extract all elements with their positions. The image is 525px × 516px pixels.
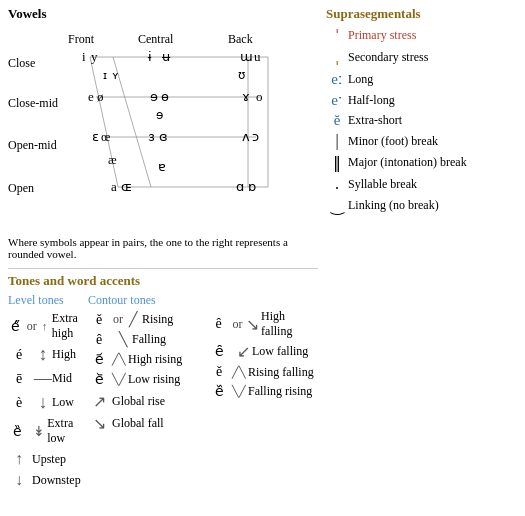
supra-label-linking: Linking (no break): [348, 198, 439, 213]
supra-primary-stress: ˈ Primary stress: [326, 26, 517, 45]
supra-sym-halflong: eˑ: [326, 91, 348, 109]
label-low-falling: Low falling: [252, 344, 308, 359]
svg-text:Close-mid: Close-mid: [8, 96, 58, 110]
supra-sym-long: eː: [326, 70, 348, 88]
supra-label-minor: Minor (foot) break: [348, 134, 438, 149]
svg-text:ø: ø: [97, 89, 104, 104]
tone-global-fall: ↘ Global fall: [88, 414, 208, 433]
tones-layout: Level tones é̋ or ↑ Extra high é ↕ High …: [8, 293, 318, 492]
sym-low-rising: e᷅: [88, 371, 110, 388]
vowels-chart: Front Central Back Close Close-mid Open-…: [8, 24, 308, 234]
bar-falling: ╲: [116, 331, 130, 348]
label-upstep: Upstep: [32, 452, 66, 467]
svg-text:Open: Open: [8, 181, 34, 195]
label-falling: Falling: [132, 332, 166, 347]
tone-upstep: ↑ Upstep: [8, 450, 88, 468]
tone-falling-rising: e᷈ ╲╱ Falling rising: [208, 383, 318, 400]
tone-extralow: ȅ ↡ Extra low: [8, 416, 88, 446]
bar-mid: —: [36, 368, 50, 389]
vowels-note: Where symbols appear in pairs, the one t…: [8, 236, 308, 260]
supra-extrashort: ĕ Extra-short: [326, 112, 517, 129]
svg-text:ɘ: ɘ: [156, 108, 163, 122]
sym-rising: ě: [88, 312, 110, 328]
tone-extra-high: é̋ or ↑ Extra high: [8, 311, 88, 341]
svg-text:œ: œ: [101, 129, 110, 144]
svg-text:Back: Back: [228, 32, 253, 46]
supra-long: eː Long: [326, 70, 517, 88]
svg-text:ɵ: ɵ: [161, 89, 169, 104]
tone-rising: ě or ╱ Rising: [88, 311, 208, 328]
supra-linking: ‿ Linking (no break): [326, 196, 517, 215]
bar-extrahigh: ↑: [40, 320, 50, 332]
svg-text:u: u: [254, 49, 261, 64]
svg-text:ʏ: ʏ: [112, 69, 119, 81]
tone-sym-high: é: [8, 347, 30, 363]
sym-high-falling: ê: [208, 316, 229, 332]
tone-sym-extralow: ȅ: [8, 423, 27, 440]
svg-text:Central: Central: [138, 32, 174, 46]
svg-text:e: e: [88, 89, 94, 104]
sym-upstep: ↑: [8, 450, 30, 468]
bar-rising: ╱: [126, 311, 140, 328]
label-global-rise: Global rise: [112, 394, 165, 409]
svg-text:ʊ: ʊ: [238, 68, 245, 82]
tone-high: é ↕ High: [8, 344, 88, 365]
sym-falling: ê: [88, 332, 110, 348]
contour-tones-right: ê or ↘ High falling ȇ ↙ Low falling ě ╱╲…: [208, 293, 318, 492]
svg-text:ʉ: ʉ: [162, 49, 171, 64]
svg-text:Front: Front: [68, 32, 95, 46]
contour-subtitle: Contour tones: [88, 293, 208, 308]
bar-high-falling: ↘: [245, 315, 259, 334]
supra-label-syllable: Syllable break: [348, 177, 417, 192]
supra-syllable-break: . Syllable break: [326, 175, 517, 193]
label-falling-rising: Falling rising: [248, 384, 312, 399]
tone-sym-mid: ē: [8, 371, 30, 387]
or-1: or: [27, 319, 37, 334]
svg-text:ɑ: ɑ: [236, 179, 244, 194]
tone-high-falling: ê or ↘ High falling: [208, 309, 318, 339]
supra-sym-major: ‖: [326, 153, 348, 172]
supra-sym-linking: ‿: [326, 196, 348, 215]
svg-text:o: o: [256, 89, 263, 104]
contour-tones-left: Contour tones ě or ╱ Rising ê ╲ Falling …: [88, 293, 208, 492]
svg-text:Close: Close: [8, 56, 35, 70]
supra-label-long: Long: [348, 72, 373, 87]
svg-text:ɞ: ɞ: [159, 129, 168, 144]
svg-text:ʌ: ʌ: [242, 129, 250, 144]
supra-label-extrashort: Extra-short: [348, 113, 402, 128]
label-rising: Rising: [142, 312, 173, 327]
right-panel: Suprasegmentals ˈ Primary stress ˌ Secon…: [318, 6, 517, 492]
tone-low: è ↓ Low: [8, 392, 88, 413]
label-low: Low: [52, 395, 74, 410]
level-tones: Level tones é̋ or ↑ Extra high é ↕ High …: [8, 293, 88, 492]
svg-text:i̵: i̵: [147, 49, 152, 64]
svg-text:ɒ: ɒ: [248, 179, 256, 194]
bar-low: ↓: [36, 392, 50, 413]
label-low-rising: Low rising: [128, 372, 180, 387]
tone-mid: ē — Mid: [8, 368, 88, 389]
vowels-section: Vowels Front Central Back Close Close-mi…: [8, 6, 318, 260]
svg-text:ɐ: ɐ: [158, 159, 166, 174]
svg-text:ɶ: ɶ: [121, 179, 132, 194]
supra-sym-extrashort: ĕ: [326, 112, 348, 129]
sym-rising-falling: ě: [208, 364, 230, 380]
sym-high-rising: e᷄: [88, 351, 110, 368]
label-high-falling: High falling: [261, 309, 318, 339]
tone-downstep: ↓ Downstep: [8, 471, 88, 489]
sym-downstep: ↓: [8, 471, 30, 489]
sym-global-fall: ↘: [88, 414, 110, 433]
svg-text:ɯ: ɯ: [240, 49, 253, 64]
svg-text:ɘ: ɘ: [150, 89, 158, 104]
svg-text:a: a: [111, 179, 117, 194]
svg-text:i: i: [82, 49, 86, 64]
label-high-rising: High rising: [128, 352, 182, 367]
supra-major-break: ‖ Major (intonation) break: [326, 153, 517, 172]
main-layout: Vowels Front Central Back Close Close-mi…: [8, 6, 517, 492]
supra-minor-break: | Minor (foot) break: [326, 132, 517, 150]
bar-high-rising: ╱╲: [112, 353, 126, 366]
supra-label-primary: Primary stress: [348, 28, 416, 43]
label-extralow: Extra low: [47, 416, 88, 446]
supra-secondary-stress: ˌ Secondary stress: [326, 48, 517, 67]
supra-halflong: eˑ Half-long: [326, 91, 517, 109]
sym-falling-rising: e᷈: [208, 383, 230, 400]
